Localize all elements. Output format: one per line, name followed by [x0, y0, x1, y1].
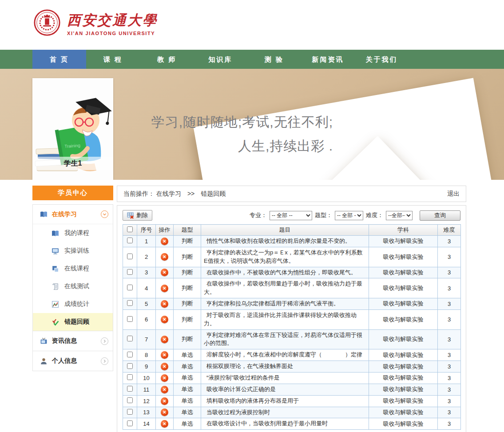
cell-subject: 吸收与解吸实验	[369, 236, 438, 247]
row-checkbox[interactable]	[127, 420, 133, 426]
nav-item-4[interactable]: 知识库	[194, 50, 247, 69]
row-checkbox[interactable]	[127, 363, 133, 369]
sidebar-subitem-2[interactable]: 实操训练	[33, 242, 113, 260]
delete-row-icon[interactable]: ✕	[161, 351, 168, 359]
nav-item-6[interactable]: 新闻资讯	[301, 50, 355, 69]
delete-row-icon[interactable]: ✕	[161, 285, 168, 292]
question-type-filter-select[interactable]: -- 全部 --	[335, 211, 363, 220]
row-checkbox[interactable]	[127, 238, 133, 243]
cell-no: 8	[137, 349, 156, 361]
row-checkbox[interactable]	[127, 352, 133, 357]
row-checkbox[interactable]	[127, 374, 133, 380]
delete-row-icon[interactable]: ✕	[161, 363, 168, 370]
nav-item-3[interactable]: 教 师	[140, 50, 194, 69]
sidebar-subitem-label: 错题回顾	[64, 318, 89, 326]
sidebar-subitem-label: 我的课程	[64, 229, 89, 237]
cell-difficulty: 3	[438, 309, 461, 329]
sidebar-header-student-center[interactable]: 学员中心	[32, 186, 113, 200]
table-row: 4✕判断在吸收操作中，若吸收剂用量趋于最小时，吸收推动力趋于最大。吸收与解吸实验…	[123, 278, 461, 298]
delete-row-icon[interactable]: ✕	[161, 408, 168, 416]
student-name: 学生1	[32, 157, 113, 170]
col-header-type: 题型	[174, 225, 201, 236]
delete-row-icon[interactable]: ✕	[161, 336, 168, 343]
sidebar-item-label: 在线学习	[52, 210, 101, 218]
delete-row-icon[interactable]: ✕	[161, 420, 168, 428]
chevron-down-icon[interactable]	[101, 210, 108, 218]
nav-item-2[interactable]: 课 程	[86, 50, 140, 69]
cell-subject: 吸收与解吸实验	[369, 361, 438, 373]
delete-row-icon[interactable]: ✕	[161, 316, 168, 323]
person-icon	[40, 357, 48, 365]
delete-row-icon[interactable]: ✕	[161, 300, 168, 308]
row-checkbox[interactable]	[127, 269, 133, 275]
nav-item-1[interactable]: 首 页	[32, 50, 86, 69]
questions-table: 序号 操作 题型 题目 学科 难度 1✕判断惰性气体和吸收剂在吸收过程的前后的摩…	[123, 224, 461, 430]
cell-type: 单选	[174, 407, 201, 418]
sidebar-sections: 资讯信息个人信息	[33, 331, 113, 371]
delete-row-icon[interactable]: ✕	[161, 238, 168, 245]
sidebar-section-2[interactable]: 个人信息	[33, 351, 113, 371]
table-row: 13✕单选当吸收过程为液膜控制时吸收与解吸实验3	[123, 407, 461, 418]
logo-text: 西安交通大學 XI'AN JIAOTONG UNIVERSITY	[67, 11, 158, 36]
cell-type: 判断	[174, 298, 201, 310]
cell-type: 单选	[174, 349, 201, 361]
logout-link[interactable]: 退出	[447, 190, 460, 198]
sidebar-subitem-4[interactable]: 在线测试	[33, 277, 113, 295]
row-checkbox[interactable]	[127, 397, 133, 403]
cell-subject: 吸收与解吸实验	[369, 418, 438, 430]
sidebar-subitem-label: 实操训练	[64, 247, 89, 255]
cell-difficulty: 3	[438, 329, 461, 349]
nav-item-7[interactable]: 关于我们	[355, 50, 409, 69]
table-row: 2✕判断亨利定律的表达式之一为p＝Ｅx，若某气体在水中的亨利系数E值很大，说明该…	[123, 247, 461, 267]
cell-subject: 吸收与解吸实验	[369, 384, 438, 395]
cell-subject: 吸收与解吸实验	[369, 298, 438, 310]
nav-item-5[interactable]: 测 验	[247, 50, 301, 69]
major-filter-select[interactable]: -- 全部 --	[270, 211, 312, 220]
sidebar-subitem-label: 在线测试	[64, 282, 89, 290]
delete-button[interactable]: 删除	[123, 210, 152, 221]
row-checkbox[interactable]	[127, 300, 133, 306]
chevron-right-icon[interactable]	[101, 357, 108, 365]
row-checkbox[interactable]	[127, 316, 133, 322]
delete-row-icon[interactable]: ✕	[161, 253, 168, 261]
delete-row-icon[interactable]: ✕	[161, 374, 168, 382]
banner-slogan: 学习,随时随地;考试,无往不利; 人生,持续出彩 .	[131, 113, 333, 155]
cell-question: 当吸收过程为液膜控制时	[201, 407, 369, 418]
cell-no: 6	[137, 309, 156, 329]
difficulty-filter-select[interactable]: --全部--	[386, 211, 413, 220]
delete-row-icon[interactable]: ✕	[161, 386, 168, 393]
delete-table-icon	[127, 212, 134, 219]
university-logo: 西安交通大學 XI'AN JIAOTONG UNIVERSITY	[33, 9, 158, 38]
sidebar-subitem-5[interactable]: 成绩统计	[33, 295, 113, 313]
cell-type: 单选	[174, 418, 201, 430]
row-checkbox[interactable]	[127, 386, 133, 392]
sidebar-section-1[interactable]: 资讯信息	[33, 331, 113, 351]
cell-no: 14	[137, 418, 156, 430]
row-checkbox[interactable]	[127, 254, 133, 259]
cell-question: 在吸收操作中，若吸收剂用量趋于最小时，吸收推动力趋于最大。	[201, 278, 369, 298]
sidebar-section-label: 个人信息	[52, 357, 101, 365]
sidebar-section-label: 资讯信息	[52, 337, 101, 345]
sidebar-item-online-learning[interactable]: 在线学习	[33, 205, 113, 224]
cell-type: 判断	[174, 267, 201, 278]
cell-difficulty: 3	[438, 418, 461, 430]
table-row: 5✕判断亨利定律和拉乌尔定律都适用于稀溶液的气液平衡。吸收与解吸实验3	[123, 298, 461, 310]
delete-row-icon[interactable]: ✕	[161, 397, 168, 405]
sidebar-subitem-6[interactable]: 错题回顾	[33, 313, 113, 331]
slogan-line1: 学习,随时随地;考试,无往不利;	[131, 113, 333, 131]
select-all-checkbox[interactable]	[127, 226, 133, 232]
student-profile-card[interactable]: Training 学生1	[32, 78, 113, 180]
query-button[interactable]: 查询	[420, 210, 460, 221]
row-checkbox[interactable]	[127, 336, 133, 341]
sidebar-subitem-1[interactable]: 我的课程	[33, 224, 113, 242]
cell-type: 判断	[174, 309, 201, 329]
cell-type: 单选	[174, 372, 201, 384]
cell-no: 2	[137, 247, 156, 267]
row-checkbox[interactable]	[127, 409, 133, 415]
cell-no: 7	[137, 329, 156, 349]
chevron-right-icon[interactable]	[101, 337, 108, 345]
cell-question: 溶解度较小时，气体在液相中的溶解度遵守（ ）定律	[201, 349, 369, 361]
delete-row-icon[interactable]: ✕	[161, 269, 168, 276]
row-checkbox[interactable]	[127, 285, 133, 290]
sidebar-subitem-3[interactable]: 在线课程	[33, 260, 113, 277]
